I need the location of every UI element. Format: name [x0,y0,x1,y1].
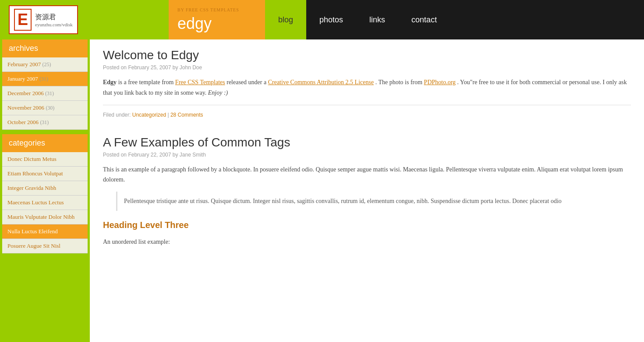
post-1-footer: Filed under: Uncategorized | 28 Comments [103,112,631,118]
category-link-2[interactable]: Integer Gravida Nibh [2,181,88,196]
archives-heading: archives [2,39,88,57]
logo-url: eyunzhu.com/vdisk [35,22,73,27]
archive-count-dec2006: (31) [45,90,54,96]
category-item-0: Donec Dictum Metus [2,152,88,167]
category-item-3: Maecenas Luctus Lectus [2,196,88,210]
post-1-text-photo: . The photo is from [375,79,424,86]
category-link-1[interactable]: Etiam Rhoncus Volutpat [2,167,88,181]
site-byline: BY FREE CSS TEMPLATES [177,7,256,12]
post-2-body: This is an example of a paragraph follow… [103,164,631,247]
archive-item-2: December 2006 (31) [2,86,88,101]
post-1-link-pdphoto[interactable]: PDPhoto.org [424,79,456,86]
post-1-text-intro: is a free template from [118,79,175,86]
post-1-strong: Edgy [103,79,117,86]
archive-link-jan2007[interactable]: January 2007 (31) [2,72,88,86]
post-1-meta: Posted on February 25, 2007 by John Doe [103,64,631,71]
archive-link-feb2007[interactable]: February 2007 (25) [2,57,88,72]
archive-item-1: January 2007 (31) [2,72,88,86]
category-link-6[interactable]: Posuere Augue Sit Nisl [2,239,88,253]
archive-link-dec2006[interactable]: December 2006 (31) [2,86,88,101]
archives-list: February 2007 (25) January 2007 (31) Dec… [2,57,88,130]
post-1-divider [103,105,631,105]
archive-label-oct2006: October 2006 [7,119,39,125]
post-1-paragraph: Edgy is a free template from Free CSS Te… [103,77,631,98]
archive-item-4: October 2006 (31) [2,115,88,130]
archive-count-nov2006: (30) [46,105,54,111]
post-1-title: Welcome to Edgy [103,48,631,62]
category-item-6: Posuere Augue Sit Nisl [2,239,88,253]
logo-text: 资源君 eyunzhu.com/vdisk [35,13,73,27]
archive-label-nov2006: November 2006 [7,104,44,111]
logo-area: E 资源君 eyunzhu.com/vdisk [0,0,169,39]
category-link-5[interactable]: Nulla Luctus Eleifend [2,224,88,239]
post-2-blockquote: Pellentesque tristique ante ut risus. Qu… [116,192,631,211]
archive-link-oct2006[interactable]: October 2006 (31) [2,115,88,130]
category-link-0[interactable]: Donec Dictum Metus [2,152,88,167]
header: E 资源君 eyunzhu.com/vdisk BY FREE CSS TEMP… [0,0,644,39]
post-2-list-intro: An unordered list example: [103,237,631,247]
archive-count-jan2007: (31) [39,76,48,82]
category-item-5: Nulla Luctus Eleifend [2,224,88,239]
category-item-4: Mauris Vulputate Dolor Nibh [2,210,88,224]
nav-links[interactable]: links [356,0,398,39]
post-1-comments-link[interactable]: 28 Comments [170,112,203,118]
categories-section: categories Donec Dictum Metus Etiam Rhon… [2,134,88,253]
archive-label-dec2006: December 2006 [7,90,44,96]
main-nav: blog photos links contact [265,0,644,39]
post-2: A Few Examples of Common Tags Posted on … [103,135,631,247]
archive-link-nov2006[interactable]: November 2006 (30) [2,101,88,115]
post-1: Welcome to Edgy Posted on February 25, 2… [103,48,631,118]
site-title-area: BY FREE CSS TEMPLATES edgy [169,0,265,39]
nav-photos[interactable]: photos [306,0,356,39]
archive-item-3: November 2006 (30) [2,101,88,115]
logo-chinese: 资源君 [35,13,73,22]
archives-section: archives February 2007 (25) January 2007… [2,39,88,130]
filed-under-label: Filed under: [103,112,131,118]
post-2-meta: Posted on February 22, 2007 by Jane Smit… [103,152,631,158]
post-1-enjoy: Enjoy :) [208,89,228,96]
main-container: archives February 2007 (25) January 2007… [0,39,644,342]
post-1-category-link[interactable]: Uncategorized [132,112,166,118]
categories-list: Donec Dictum Metus Etiam Rhoncus Volutpa… [2,152,88,253]
nav-blog[interactable]: blog [265,0,306,39]
archive-count-oct2006: (31) [40,119,49,125]
category-link-3[interactable]: Maecenas Luctus Lectus [2,196,88,210]
post-1-body: Edgy is a free template from Free CSS Te… [103,77,631,98]
logo-box: E 资源君 eyunzhu.com/vdisk [9,5,78,34]
category-item-2: Integer Gravida Nibh [2,181,88,196]
archive-label-feb2007: February 2007 [7,61,41,68]
sidebar: archives February 2007 (25) January 2007… [0,39,88,342]
categories-heading: categories [2,134,88,152]
post-1-link-fcss[interactable]: Free CSS Templates [175,79,225,86]
category-link-4[interactable]: Mauris Vulputate Dolor Nibh [2,210,88,224]
archive-count-feb2007: (25) [42,61,51,68]
post-2-subheading: Heading Level Three [103,217,631,232]
nav-contact[interactable]: contact [398,0,450,39]
content-area: Welcome to Edgy Posted on February 25, 2… [90,39,644,342]
logo-e-letter: E [14,9,32,31]
archive-label-jan2007: January 2007 [7,75,38,82]
category-item-1: Etiam Rhoncus Volutpat [2,167,88,181]
post-2-paragraph: This is an example of a paragraph follow… [103,164,631,185]
site-name: edgy [177,14,256,33]
post-1-link-cc[interactable]: Creative Commons Attribution 2.5 License [268,79,374,86]
post-1-text-released: released under a [226,79,268,86]
post-2-title: A Few Examples of Common Tags [103,135,631,150]
archive-item-0: February 2007 (25) [2,57,88,72]
